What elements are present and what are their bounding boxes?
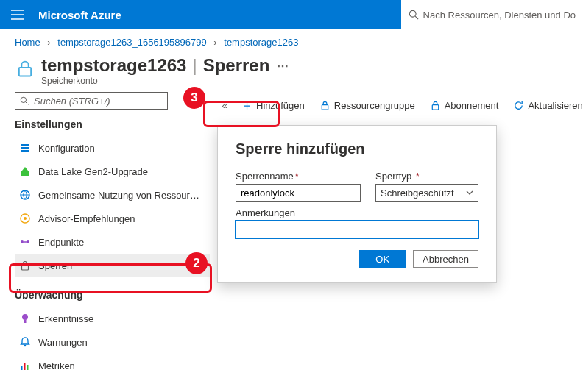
svg-rect-22 bbox=[322, 104, 328, 110]
svg-rect-6 bbox=[21, 147, 29, 149]
search-icon bbox=[409, 10, 419, 20]
svg-point-13 bbox=[26, 240, 29, 243]
metrics-icon bbox=[19, 360, 31, 371]
sidebar-item-label: Metriken bbox=[38, 360, 75, 371]
page-title: tempstorage1263 | Sperren ⋯ bbox=[41, 55, 289, 76]
svg-rect-8 bbox=[21, 171, 29, 176]
add-lock-dialog: Sperre hinzufügen Sperrenname* Sperrtyp … bbox=[217, 125, 497, 283]
sidebar-item-label: Erkenntnisse bbox=[38, 313, 93, 324]
svg-point-12 bbox=[21, 240, 24, 243]
page-header: tempstorage1263 | Sperren ⋯ Speicherkont… bbox=[0, 51, 583, 88]
lock-type-select[interactable]: Schreibgeschützt bbox=[375, 184, 478, 202]
sidebar-item-label: Sperren bbox=[38, 260, 72, 271]
breadcrumb-home[interactable]: Home bbox=[15, 37, 40, 48]
svg-point-18 bbox=[24, 345, 26, 347]
svg-rect-5 bbox=[21, 144, 29, 146]
plus-icon: ＋ bbox=[241, 97, 253, 114]
notes-label: Anmerkungen bbox=[236, 207, 478, 218]
hamburger-button[interactable] bbox=[0, 0, 35, 29]
endpoints-icon bbox=[19, 236, 31, 248]
svg-line-4 bbox=[26, 101, 29, 104]
add-lock-button[interactable]: ＋ Hinzufügen bbox=[235, 93, 311, 117]
more-button[interactable]: ⋯ bbox=[277, 59, 289, 73]
cancel-button[interactable]: Abbrechen bbox=[413, 250, 478, 268]
sidebar-search-placeholder: Suchen (STRG+/) bbox=[34, 96, 110, 107]
sidebar-item-label: Endpunkte bbox=[38, 237, 84, 248]
command-bar: « ＋ Hinzufügen Ressourcengruppe Abonneme… bbox=[217, 92, 583, 118]
sidebar: Suchen (STRG+/) Einstellungen Konfigurat… bbox=[15, 92, 210, 377]
toolbar-label: Hinzufügen bbox=[256, 100, 305, 111]
brand-label: Microsoft Azure bbox=[38, 9, 121, 21]
breadcrumb-resource-group[interactable]: tempstorage1263_1656195896799 bbox=[57, 37, 206, 48]
sidebar-item-endpoints[interactable]: Endpunkte bbox=[15, 230, 210, 254]
toolbar-label: Abonnement bbox=[445, 100, 499, 111]
breadcrumb-resource[interactable]: tempstorage1263 bbox=[224, 37, 298, 48]
section-settings: Einstellungen bbox=[15, 118, 210, 130]
svg-rect-15 bbox=[22, 265, 29, 270]
advisor-icon bbox=[19, 213, 31, 224]
search-icon bbox=[20, 96, 29, 106]
svg-rect-23 bbox=[432, 104, 438, 110]
sidebar-search[interactable]: Suchen (STRG+/) bbox=[15, 92, 168, 110]
svg-point-16 bbox=[22, 314, 28, 320]
sidebar-item-label: Konfiguration bbox=[38, 143, 95, 154]
svg-point-11 bbox=[24, 217, 26, 220]
chevron-down-icon bbox=[466, 189, 473, 196]
lock-icon bbox=[319, 100, 331, 111]
lock-name-input[interactable] bbox=[236, 184, 361, 202]
section-name: Sperren bbox=[203, 55, 270, 76]
svg-rect-20 bbox=[24, 363, 26, 370]
share-icon bbox=[19, 189, 31, 201]
sidebar-item-label: Data Lake Gen2-Upgrade bbox=[38, 166, 148, 177]
upgrade-icon bbox=[19, 165, 31, 177]
svg-line-1 bbox=[415, 16, 418, 19]
hamburger-icon bbox=[11, 10, 24, 20]
svg-point-0 bbox=[409, 10, 416, 17]
svg-point-3 bbox=[21, 97, 26, 102]
sidebar-item-locks[interactable]: Sperren bbox=[15, 254, 210, 277]
svg-rect-21 bbox=[26, 365, 29, 370]
sidebar-item-label: Advisor-Empfehlungen bbox=[38, 213, 135, 224]
global-search[interactable]: Nach Ressourcen, Diensten und Do bbox=[400, 0, 583, 29]
sidebar-item-resource-sharing[interactable]: Gemeinsame Nutzung von Ressour… bbox=[15, 183, 210, 207]
global-search-placeholder: Nach Ressourcen, Diensten und Do bbox=[423, 10, 576, 21]
resource-group-locks-button[interactable]: Ressourcengruppe bbox=[314, 93, 421, 117]
svg-rect-17 bbox=[24, 320, 26, 323]
config-icon bbox=[19, 142, 31, 154]
title-separator: | bbox=[192, 55, 197, 76]
refresh-button[interactable]: Aktualisieren bbox=[507, 93, 583, 117]
sidebar-item-configuration[interactable]: Konfiguration bbox=[15, 136, 210, 160]
sidebar-item-alerts[interactable]: Warnungen bbox=[15, 330, 210, 354]
chevron-right-icon: › bbox=[213, 37, 216, 48]
sidebar-item-label: Warnungen bbox=[38, 337, 88, 348]
insights-icon bbox=[19, 313, 31, 324]
sidebar-item-insights[interactable]: Erkenntnisse bbox=[15, 307, 210, 330]
resource-type: Speicherkonto bbox=[41, 76, 289, 86]
dialog-title: Sperre hinzufügen bbox=[236, 140, 478, 157]
top-bar: Microsoft Azure Nach Ressourcen, Dienste… bbox=[0, 0, 583, 29]
subscription-locks-button[interactable]: Abonnement bbox=[424, 93, 505, 117]
svg-rect-7 bbox=[21, 150, 29, 152]
sidebar-item-advisor[interactable]: Advisor-Empfehlungen bbox=[15, 207, 210, 230]
toolbar-label: Aktualisieren bbox=[528, 100, 582, 111]
collapse-sidebar-button[interactable]: « bbox=[217, 100, 232, 111]
svg-rect-2 bbox=[19, 68, 31, 76]
lock-icon bbox=[430, 100, 441, 111]
lock-icon bbox=[15, 58, 35, 79]
lock-name-label: Sperrenname* bbox=[236, 171, 361, 182]
chevron-right-icon: › bbox=[47, 37, 50, 48]
notes-input[interactable] bbox=[236, 221, 478, 238]
section-monitoring: Überwachung bbox=[15, 289, 210, 301]
sidebar-item-label: Gemeinsame Nutzung von Ressour… bbox=[38, 190, 199, 201]
resource-name: tempstorage1263 bbox=[41, 55, 186, 76]
ok-button[interactable]: OK bbox=[359, 250, 406, 268]
svg-rect-19 bbox=[21, 366, 23, 370]
sidebar-item-metrics[interactable]: Metriken bbox=[15, 354, 210, 377]
lock-type-label: Sperrtyp * bbox=[375, 171, 478, 182]
lock-icon bbox=[19, 260, 31, 271]
sidebar-item-gen2-upgrade[interactable]: Data Lake Gen2-Upgrade bbox=[15, 160, 210, 183]
refresh-icon bbox=[513, 100, 524, 111]
breadcrumb: Home › tempstorage1263_1656195896799 › t… bbox=[0, 29, 583, 51]
select-value: Schreibgeschützt bbox=[381, 188, 454, 199]
bell-icon bbox=[19, 336, 31, 348]
